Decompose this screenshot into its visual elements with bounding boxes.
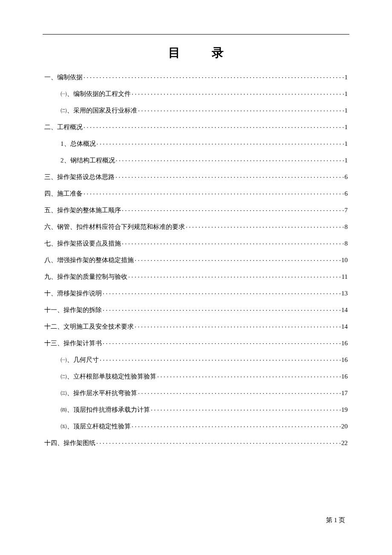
toc-leader [100,356,340,362]
toc-leader [103,306,340,312]
page-footer: 第 1 页 [326,516,345,524]
toc-entry-page: 8 [345,240,348,247]
toc-leader [116,156,344,162]
toc-leader [138,106,344,113]
document-title: 目录 [43,42,349,73]
toc-entry-page: 1 [345,74,348,81]
toc-entry-label: 四、施工准备 [44,191,83,197]
toc-entry: 十三、操作架计算书16 [44,339,348,347]
toc-entry-label: ㈠、几何尺寸 [61,357,99,363]
toc-entry-label: 九、操作架的质量控制与验收 [44,274,127,280]
toc-entry-label: ㈤、顶层立杆稳定性验算 [61,423,131,430]
toc-entry: 2、钢结构工程概况1 [44,156,348,164]
toc-entry: ㈤、顶层立杆稳定性验算20 [44,422,348,430]
toc-entry: 十二、文明施工及安全技术要求14 [44,322,348,330]
toc-leader [157,372,340,379]
toc-entry: 1、总体概况1 [44,139,348,147]
toc-entry: 五、操作架的整体施工顺序7 [44,206,348,214]
toc-leader [84,189,344,196]
toc-entry: ㈢、操作层水平杆抗弯验算17 [44,389,348,396]
toc-entry-label: ㈣、顶层扣件抗滑移承载力计算 [61,407,150,413]
toc-entry-page: 6 [345,174,348,180]
toc-leader [115,173,344,179]
toc-entry-page: 1 [345,107,348,114]
header-rule [43,34,349,35]
toc-entry: 三、操作架搭设总体思路6 [44,173,348,180]
toc-entry-label: 八、增强操作架的整体稳定措施 [44,257,134,263]
toc-entry-label: ㈡、采用的国家及行业标准 [61,107,137,114]
toc-entry-label: ㈠、编制依据的工程文件 [61,91,131,97]
toc-entry-label: 六、钢管、扣件材料应符合下列规范和标准的要求 [44,224,185,230]
toc-entry-page: 11 [342,274,348,280]
toc-entry: 八、增强操作架的整体稳定措施10 [44,256,348,263]
toc-entry-page: 14 [341,307,348,313]
toc-leader [84,123,344,129]
toc-leader [122,239,344,246]
title-right: 录 [212,46,224,59]
toc-entry: 一、编制依据1 [44,73,348,81]
toc-leader [84,73,344,79]
toc-entry-label: 1、总体概况 [61,141,96,147]
toc-entry: 十、滑移架操作说明13 [44,289,348,297]
toc-entry: ㈡、立杆根部单肢稳定性验算验算16 [44,372,348,380]
toc-entry: 七、操作架搭设要点及措施8 [44,239,348,247]
toc-entry: 十一、操作架的拆除14 [44,306,348,313]
toc-entry-page: 6 [345,191,348,197]
toc-entry-page: 17 [341,390,348,396]
toc-leader [97,139,344,146]
toc-entry: 十四、操作架图纸22 [44,439,348,446]
toc-entry: 九、操作架的质量控制与验收11 [44,272,348,280]
toc-entry-label: 五、操作架的整体施工顺序 [44,207,121,214]
toc-entry-page: 1 [345,157,348,164]
toc-entry-page: 10 [341,257,348,263]
toc-leader [132,422,340,428]
toc-entry: ㈣、顶层扣件抗滑移承载力计算19 [44,405,348,413]
toc-entry-page: 1 [345,91,348,97]
toc-entry-label: 十四、操作架图纸 [44,440,95,446]
toc-entry-label: ㈡、立杆根部单肢稳定性验算验算 [61,373,156,380]
toc-entry-page: 16 [341,340,348,347]
toc-entry-label: 七、操作架搭设要点及措施 [44,240,121,247]
toc-entry-label: 十、滑移架操作说明 [44,290,102,297]
toc-entry: 二、工程概况1 [44,123,348,130]
toc-entry-label: 一、编制依据 [44,74,83,81]
title-left: 目 [168,46,180,59]
toc-entry: ㈡、采用的国家及行业标准1 [44,106,348,114]
toc-leader [128,272,341,279]
toc-entry-page: 22 [341,440,348,446]
toc-leader [135,322,340,329]
toc-entry: ㈠、几何尺寸16 [44,356,348,363]
toc-entry-page: 1 [345,124,348,130]
toc-entry-page: 16 [341,373,348,380]
toc-entry-label: ㈢、操作层水平杆抗弯验算 [61,390,137,396]
document-page: 目录 一、编制依据1㈠、编制依据的工程文件1㈡、采用的国家及行业标准1二、工程概… [0,0,392,555]
table-of-contents: 一、编制依据1㈠、编制依据的工程文件1㈡、采用的国家及行业标准1二、工程概况11… [43,73,349,446]
toc-leader [132,90,344,96]
toc-entry-page: 16 [341,357,348,363]
toc-leader [151,405,340,412]
toc-entry-label: 十二、文明施工及安全技术要求 [44,324,134,330]
toc-entry-label: 二、工程概况 [44,124,83,130]
toc-leader [103,289,340,295]
toc-entry-page: 19 [341,407,348,413]
toc-entry-label: 2、钢结构工程概况 [61,157,115,164]
toc-entry-page: 20 [341,423,348,430]
toc-entry-label: 三、操作架搭设总体思路 [44,174,115,180]
toc-leader [96,439,340,445]
toc-entry-label: 十一、操作架的拆除 [44,307,102,313]
toc-entry-page: 8 [345,224,348,230]
toc-entry-page: 13 [341,290,348,297]
toc-entry: 四、施工准备6 [44,189,348,197]
toc-entry-page: 14 [341,324,348,330]
toc-leader [103,339,340,345]
toc-leader [122,206,344,212]
toc-entry-label: 十三、操作架计算书 [44,340,102,347]
toc-leader [186,223,344,229]
toc-entry-page: 7 [345,207,348,214]
toc-leader [138,389,340,395]
toc-entry-page: 1 [345,141,348,147]
toc-entry: ㈠、编制依据的工程文件1 [44,90,348,97]
toc-leader [135,256,340,262]
toc-entry: 六、钢管、扣件材料应符合下列规范和标准的要求8 [44,223,348,230]
